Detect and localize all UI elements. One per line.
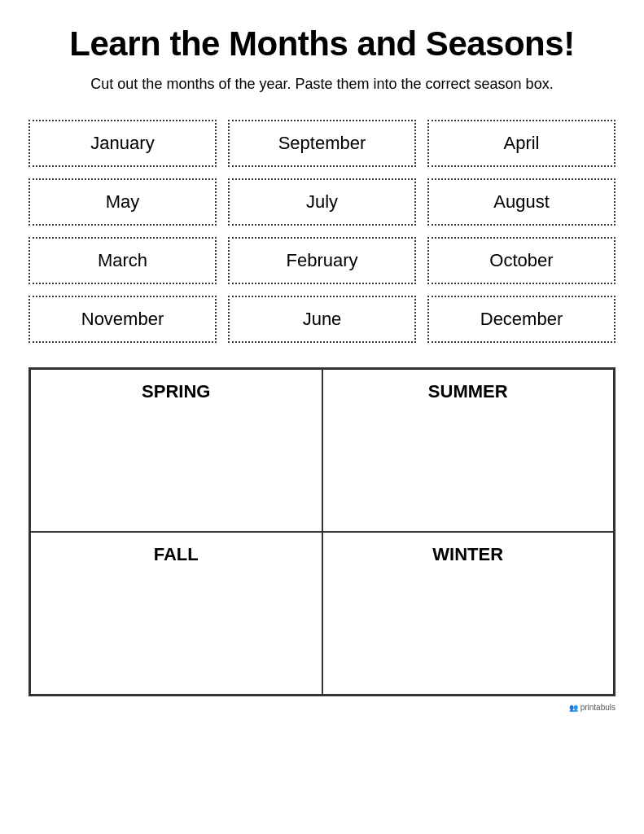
month-card: March <box>28 237 217 284</box>
season-cell-fall: FALL <box>30 532 322 695</box>
page-title: Learn the Months and Seasons! <box>28 24 616 64</box>
season-cell-spring: SPRING <box>30 369 322 532</box>
season-cell-summer: SUMMER <box>322 369 615 532</box>
watermark: 👥 printabuls <box>28 703 616 712</box>
season-label-winter: WINTER <box>335 544 602 565</box>
season-label-spring: SPRING <box>42 381 310 402</box>
subtitle: Cut out the months of the year. Paste th… <box>28 73 616 95</box>
month-card: February <box>228 237 416 284</box>
month-card: June <box>228 296 416 343</box>
month-card: November <box>28 296 217 343</box>
months-grid: JanuarySeptemberAprilMayJulyAugustMarchF… <box>28 120 616 343</box>
season-label-summer: SUMMER <box>335 381 602 402</box>
month-card: April <box>427 120 616 167</box>
season-label-fall: FALL <box>42 544 310 565</box>
month-card: August <box>427 178 616 226</box>
month-card: January <box>28 120 217 167</box>
month-card: October <box>427 237 616 284</box>
watermark-icon: 👥 <box>569 704 578 712</box>
month-card: December <box>427 296 616 343</box>
season-cell-winter: WINTER <box>322 532 615 695</box>
month-card: May <box>28 178 217 226</box>
month-card: September <box>228 120 416 167</box>
watermark-text: printabuls <box>580 703 616 712</box>
seasons-grid: SPRINGSUMMERFALLWINTER <box>28 367 616 696</box>
month-card: July <box>228 178 416 226</box>
